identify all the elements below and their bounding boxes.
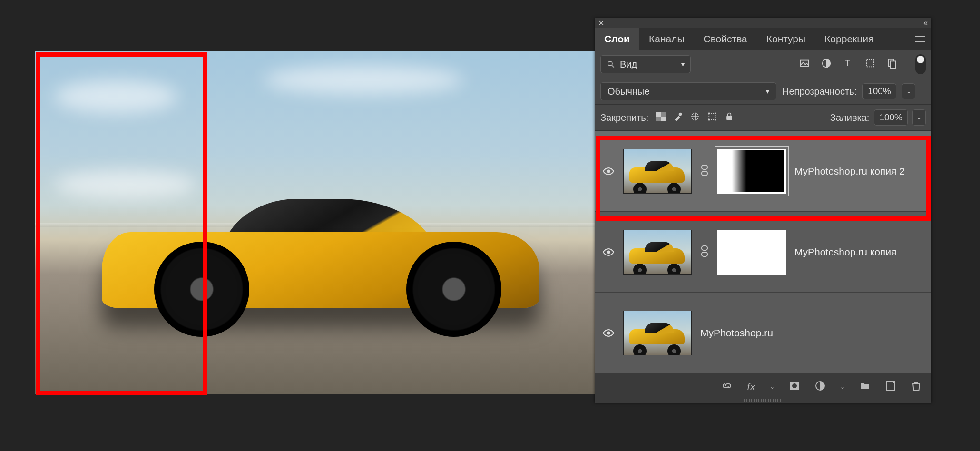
fill-input[interactable]: 100%	[874, 109, 908, 126]
svg-point-0	[608, 61, 612, 66]
svg-rect-7	[890, 61, 895, 68]
mask-link-icon[interactable]	[700, 245, 709, 259]
mask-link-icon[interactable]	[700, 164, 709, 178]
panel-resize-grip[interactable]	[595, 397, 931, 403]
chevron-down-icon: ▾	[681, 60, 685, 68]
svg-rect-13	[708, 112, 710, 114]
layer-name-label[interactable]: MyPhotoshop.ru копия 2	[794, 166, 905, 177]
layers-list: MyPhotoshop.ru копия 2MyPhotoshop.ru коп…	[595, 131, 931, 373]
svg-rect-16	[715, 119, 716, 120]
tab-layers[interactable]: Слои	[595, 28, 639, 50]
svg-point-21	[607, 250, 610, 254]
filter-adjust-icon[interactable]	[821, 58, 832, 70]
blend-mode-value: Обычные	[608, 86, 649, 97]
link-layers-icon[interactable]	[721, 380, 733, 393]
filter-smart-icon[interactable]	[887, 58, 897, 70]
filter-label: Вид	[620, 59, 637, 70]
filter-toggle[interactable]	[915, 54, 926, 74]
svg-line-1	[612, 65, 614, 68]
svg-rect-5	[867, 60, 874, 67]
car-illustration	[102, 194, 539, 327]
new-layer-icon[interactable]	[885, 380, 896, 393]
svg-rect-14	[715, 112, 716, 114]
filter-type-icon[interactable]: T	[843, 58, 853, 70]
svg-text:T: T	[845, 58, 850, 68]
adj-chevron-icon[interactable]: ⌄	[840, 383, 845, 390]
panel-menu-icon[interactable]	[909, 28, 931, 50]
layer-mask-thumbnail[interactable]	[717, 230, 786, 275]
layers-panel: × « Слои Каналы Свойства Контуры Коррекц…	[595, 18, 931, 403]
add-mask-icon[interactable]	[789, 380, 800, 393]
lock-transparency-icon[interactable]	[656, 112, 666, 124]
canvas-document[interactable]	[35, 51, 597, 394]
layer-name-label[interactable]: MyPhotoshop.ru копия	[794, 246, 896, 258]
close-icon[interactable]: ×	[598, 19, 604, 27]
lock-all-icon[interactable]	[725, 112, 734, 124]
blend-mode-select[interactable]: Обычные ▾	[600, 82, 776, 100]
layer-name-label[interactable]: MyPhotoshop.ru	[700, 327, 773, 339]
svg-rect-9	[656, 112, 661, 117]
visibility-eye-icon[interactable]	[602, 248, 615, 256]
tab-properties[interactable]: Свойства	[694, 28, 757, 50]
layer-filter-select[interactable]: Вид ▾	[600, 55, 691, 73]
new-group-icon[interactable]	[859, 380, 871, 393]
fill-dropdown-icon[interactable]: ⌄	[912, 109, 926, 126]
filter-shape-icon[interactable]	[865, 58, 875, 70]
add-adjustment-icon[interactable]	[814, 380, 826, 393]
chevron-down-icon: ▾	[766, 88, 769, 95]
panel-tabs: Слои Каналы Свойства Контуры Коррекция	[595, 28, 931, 50]
svg-rect-17	[727, 116, 733, 120]
visibility-eye-icon[interactable]	[602, 167, 615, 176]
layer-style-icon[interactable]: fx	[747, 382, 755, 392]
svg-rect-23	[702, 252, 707, 256]
filter-pixel-icon[interactable]	[799, 58, 810, 70]
layer-thumbnail[interactable]	[623, 311, 692, 355]
svg-rect-22	[702, 246, 707, 250]
lock-position-icon[interactable]	[690, 112, 700, 124]
opacity-dropdown-icon[interactable]: ⌄	[902, 83, 915, 99]
tab-paths[interactable]: Контуры	[757, 28, 815, 50]
layer-row[interactable]: MyPhotoshop.ru	[595, 293, 931, 373]
visibility-eye-icon[interactable]	[602, 329, 615, 337]
fx-chevron-icon[interactable]: ⌄	[770, 383, 774, 390]
layer-row[interactable]: MyPhotoshop.ru копия 2	[595, 131, 931, 212]
layer-mask-thumbnail[interactable]	[717, 149, 786, 194]
svg-rect-12	[709, 113, 715, 119]
opacity-label: Непрозрачность:	[782, 86, 857, 97]
svg-point-26	[792, 383, 797, 388]
delete-layer-icon[interactable]	[911, 380, 922, 393]
svg-point-24	[607, 331, 610, 334]
svg-point-18	[607, 169, 610, 173]
panel-footer: fx ⌄ ⌄	[595, 373, 931, 397]
opacity-input[interactable]: 100%	[862, 83, 896, 99]
svg-rect-20	[702, 171, 707, 176]
lock-artboard-icon[interactable]	[707, 112, 717, 124]
collapse-icon[interactable]: «	[923, 19, 928, 27]
tab-adjustments[interactable]: Коррекция	[815, 28, 883, 50]
layer-thumbnail[interactable]	[623, 230, 692, 275]
svg-rect-19	[702, 165, 707, 169]
lock-label: Закрепить:	[600, 112, 648, 123]
layer-row[interactable]: MyPhotoshop.ru копия	[595, 212, 931, 293]
svg-point-11	[679, 112, 682, 116]
svg-rect-15	[708, 119, 710, 120]
tab-channels[interactable]: Каналы	[639, 28, 694, 50]
fill-label: Заливка:	[830, 112, 870, 123]
svg-rect-10	[661, 117, 666, 121]
lock-paint-icon[interactable]	[673, 112, 683, 124]
layer-thumbnail[interactable]	[623, 149, 692, 194]
